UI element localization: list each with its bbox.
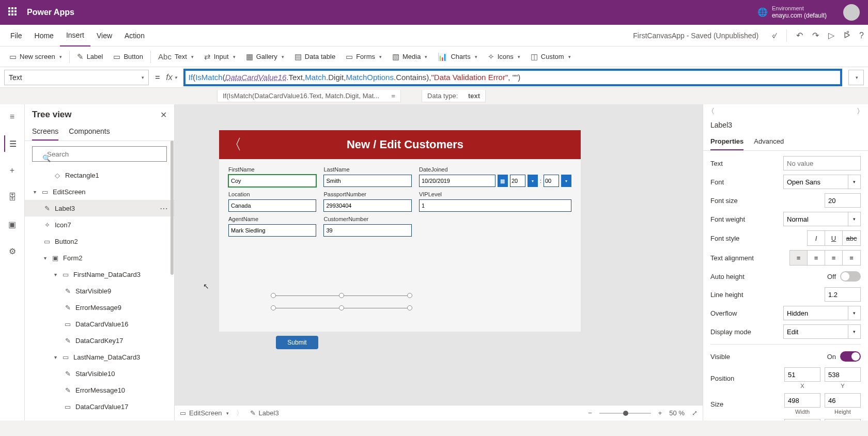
fx-label[interactable]: fx▾ [166,73,177,82]
visible-toggle[interactable] [840,351,861,362]
customernumber-input[interactable] [323,224,411,237]
breadcrumb-label3[interactable]: ✎Label3 [250,409,279,417]
prop-size-h[interactable] [825,393,861,408]
prop-padding-top[interactable] [784,419,820,421]
datejoined-min-input[interactable] [544,175,559,187]
zoom-out-icon[interactable]: − [588,409,592,417]
tree-search-input[interactable] [32,146,167,162]
ribbon-text[interactable]: AbcText▾ [153,49,199,65]
tree-list[interactable]: ◇Rectangle1 ▾▭EditScreen ✎Label3⋯ ✧Icon7… [25,167,174,421]
datejoined-hour-input[interactable] [510,175,525,187]
play-icon[interactable]: ▷ [828,30,834,40]
prop-position-x[interactable] [784,367,820,382]
prop-font-select[interactable] [783,175,848,189]
viplevel-input[interactable] [419,199,571,212]
rail-hamburger-icon[interactable]: ≡ [4,108,21,125]
tree-item-starvisible9[interactable]: ✎StarVisible9 [25,283,174,299]
tree-item-datacardkey17[interactable]: ✎DataCardKey17 [25,332,174,349]
italic-button[interactable]: I [808,231,825,245]
passportnumber-input[interactable] [323,199,411,212]
calendar-icon[interactable]: ▦ [498,175,508,187]
ribbon-data-table[interactable]: ▤Data table [289,49,340,65]
underline-button[interactable]: U [825,231,843,245]
tree-item-button2[interactable]: ▭Button2 [25,233,174,250]
canvas-area[interactable]: 〈 New / Edit Customers FirstName LastNam… [175,104,703,421]
ribbon-gallery[interactable]: ▦Gallery▾ [241,49,289,65]
location-input[interactable] [228,199,316,212]
prop-lineheight-input[interactable] [825,287,861,302]
ribbon-custom[interactable]: ◫Custom▾ [525,49,576,65]
prop-position-y[interactable] [825,367,861,382]
tree-item-datacardvalue17[interactable]: ▭DataCardValue17 [25,398,174,415]
tree-item-errormessage9[interactable]: ✎ErrorMessage9 [25,299,174,316]
autoheight-toggle[interactable] [840,271,861,282]
more-icon[interactable]: ⋯ [160,204,169,213]
tree-item-datacardvalue16[interactable]: ▭DataCardValue16 [25,316,174,332]
zoom-slider[interactable] [599,413,651,414]
formula-input[interactable]: If(IsMatch(DataCardValue16.Text, Match.D… [183,69,842,86]
lastname-input[interactable] [323,175,411,187]
rail-media-icon[interactable]: ▣ [4,216,21,232]
tab-screens[interactable]: Screens [32,123,58,141]
redo-icon[interactable]: ↷ [812,30,819,40]
ribbon-charts[interactable]: 📊Charts▾ [432,49,482,65]
chevron-left-icon[interactable]: 〈 [707,107,715,116]
property-selector[interactable]: Text▾ [4,70,149,85]
share-icon[interactable]: ᐅ̊ [844,30,850,40]
close-icon[interactable]: ✕ [160,110,167,120]
ribbon-button[interactable]: ▭Button [108,49,148,65]
environment-selector[interactable]: 🌐 Environment enayu.com (default) [757,5,827,20]
ribbon-label[interactable]: ✎Label [72,49,109,65]
align-left-button[interactable]: ≡ [790,251,808,265]
tree-item-errormessage10[interactable]: ✎ErrorMessage10 [25,382,174,398]
prop-text-input[interactable] [783,156,861,170]
prop-displaymode-select[interactable] [783,324,848,339]
submit-button[interactable]: Submit [276,336,318,349]
canvas-screen[interactable]: 〈 New / Edit Customers FirstName LastNam… [219,130,581,332]
selection-handles[interactable] [273,295,410,310]
tree-item-form2[interactable]: ▾▣Form2 [25,250,174,266]
align-justify-button[interactable]: ≡ [843,251,860,265]
menu-home[interactable]: Home [28,25,60,46]
tree-item-label3[interactable]: ✎Label3⋯ [25,200,174,216]
datejoined-date-input[interactable] [419,175,495,187]
menu-action[interactable]: Action [118,25,151,46]
chevron-right-icon[interactable]: 〉 [857,107,864,116]
undo-icon[interactable]: ↶ [796,30,803,40]
prop-fontsize-input[interactable] [825,193,861,208]
align-right-button[interactable]: ≡ [825,251,843,265]
strike-button[interactable]: abc [843,231,860,245]
tree-item-firstname-dc[interactable]: ▾▭FirstName_DataCard3 [25,266,174,283]
rail-insert-icon[interactable]: + [4,162,21,179]
tree-item-icon7[interactable]: ✧Icon7 [25,216,174,233]
ribbon-new-screen[interactable]: ▭New screen▾ [4,49,67,65]
menu-file[interactable]: File [4,25,28,46]
agentname-input[interactable] [228,224,316,237]
avatar[interactable] [843,4,860,21]
menu-insert[interactable]: Insert [60,25,90,46]
ribbon-media[interactable]: ▧Media▾ [387,49,432,65]
formula-expand-button[interactable]: ▾ [848,70,864,85]
align-center-button[interactable]: ≡ [808,251,825,265]
scrollbar-thumb[interactable] [171,141,174,275]
tree-item-lastname-dc[interactable]: ▾▭LastName_DataCard3 [25,349,174,365]
fit-icon[interactable]: ⤢ [692,409,698,417]
waffle-icon[interactable] [8,7,19,18]
tab-components[interactable]: Components [69,123,110,141]
tree-item-rectangle1[interactable]: ◇Rectangle1 [25,167,174,183]
prop-fontweight-select[interactable] [783,212,848,226]
ribbon-forms[interactable]: ▭Forms▾ [340,49,387,65]
tab-properties[interactable]: Properties [710,133,743,150]
tree-item-starvisible10[interactable]: ✎StarVisible10 [25,365,174,382]
firstname-input[interactable] [228,175,316,187]
chevron-down-icon[interactable]: ▾ [561,175,571,187]
prop-padding-bottom[interactable] [825,419,861,421]
breadcrumb-editscreen[interactable]: ▭EditScreen▾ [180,409,229,417]
help-icon[interactable]: ? [859,31,864,40]
ribbon-input[interactable]: ⇄Input▾ [199,49,241,65]
rail-tools-icon[interactable]: ⚙ [4,243,21,259]
rail-tree-icon[interactable]: ☰ [4,135,21,152]
tree-item-editscreen[interactable]: ▾▭EditScreen [25,183,174,200]
rail-data-icon[interactable]: 🗄 [4,189,21,206]
menu-view[interactable]: View [90,25,118,46]
